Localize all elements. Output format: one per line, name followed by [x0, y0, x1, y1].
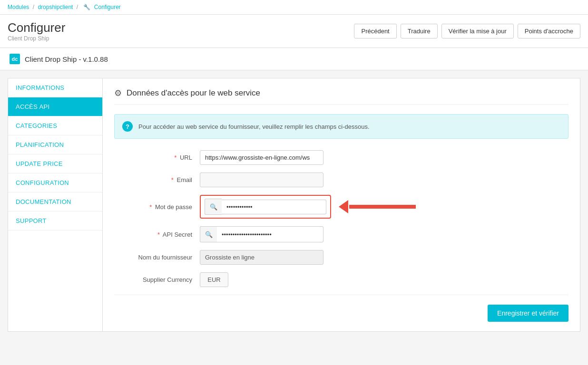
supplier-name-input[interactable] [200, 250, 323, 265]
email-label: * Email [114, 176, 200, 183]
arrow-line [349, 205, 416, 209]
api-secret-input[interactable] [217, 226, 323, 242]
page-title: Configurer [8, 20, 65, 35]
breadcrumb-dropshipclient[interactable]: dropshipclient [38, 4, 73, 10]
module-title-bar: dc Client Drop Ship - v.1.0.88 [0, 48, 588, 70]
info-message: Pour accéder au web service du fournisse… [138, 123, 370, 130]
url-field-group: * URL [114, 150, 568, 165]
verify-update-button[interactable]: Vérifier la mise à jour [441, 24, 514, 38]
page-header-left: Configurer Client Drop Ship [8, 20, 65, 42]
info-icon: ? [122, 121, 133, 132]
module-title: Client Drop Ship - v.1.0.88 [25, 55, 108, 63]
section-header: ⚙ Données d'accès pour le web service [114, 88, 568, 105]
hook-points-button[interactable]: Points d'accroche [518, 24, 580, 38]
content-footer: Enregistrer et vérifier [114, 295, 568, 322]
supplier-name-field-group: Nom du fournisseur [114, 250, 568, 265]
sidebar-item-acces-api[interactable]: ACCÈS API [8, 97, 102, 116]
email-input[interactable] [200, 173, 323, 187]
save-button[interactable]: Enregistrer et vérifier [488, 305, 568, 322]
supplier-name-label: Nom du fournisseur [114, 254, 200, 261]
api-secret-field-group: * API Secret 🔍 [114, 226, 568, 242]
sidebar-item-support[interactable]: SUPPORT [8, 211, 102, 231]
content-area: ⚙ Données d'accès pour le web service ? … [103, 78, 580, 332]
breadcrumb-configurer[interactable]: Configurer [94, 4, 121, 10]
password-input[interactable] [222, 200, 326, 214]
page-header: Configurer Client Drop Ship Précédent Tr… [0, 15, 588, 48]
breadcrumb-modules[interactable]: Modules [8, 4, 29, 10]
gear-icon: ⚙ [114, 88, 122, 98]
previous-button[interactable]: Précédent [354, 24, 396, 38]
sidebar-item-informations[interactable]: INFORMATIONS [8, 78, 102, 97]
password-label: * Mot de passe [114, 203, 200, 211]
sidebar-item-documentation[interactable]: DOCUMENTATION [8, 192, 102, 211]
url-input[interactable] [200, 150, 323, 165]
password-toggle-icon[interactable]: 🔍 [205, 199, 222, 215]
supplier-currency-field-group: Supplier Currency EUR [114, 272, 568, 287]
sidebar-item-planification[interactable]: PLANIFICATION [8, 135, 102, 154]
sidebar-item-update-price[interactable]: UPDATE PRICE [8, 154, 102, 173]
api-secret-label: * API Secret [114, 231, 200, 238]
module-icon: dc [10, 54, 20, 64]
api-secret-toggle-icon[interactable]: 🔍 [200, 226, 217, 242]
supplier-currency-label: Supplier Currency [114, 276, 200, 283]
password-row-with-arrow: 🔍 [200, 195, 416, 219]
info-box: ? Pour accéder au web service du fournis… [114, 114, 568, 139]
api-secret-input-group: 🔍 [200, 226, 323, 242]
breadcrumb: Modules / dropshipclient / 🔧 Configurer [0, 0, 588, 15]
url-label: * URL [114, 154, 200, 161]
sidebar-item-categories[interactable]: CATEGORIES [8, 116, 102, 135]
email-field-group: * Email [114, 173, 568, 187]
arrow-head [339, 200, 348, 213]
password-field-group: * Mot de passe 🔍 [114, 195, 568, 219]
currency-badge: EUR [200, 272, 228, 287]
translate-button[interactable]: Traduire [401, 24, 438, 38]
main-layout: INFORMATIONS ACCÈS API CATEGORIES PLANIF… [0, 78, 588, 339]
sidebar: INFORMATIONS ACCÈS API CATEGORIES PLANIF… [8, 78, 103, 332]
section-title: Données d'accès pour le web service [127, 88, 260, 98]
page-header-right: Précédent Traduire Vérifier la mise à jo… [354, 24, 580, 38]
password-highlighted-group: 🔍 [200, 195, 331, 219]
sidebar-item-configuration[interactable]: CONFIGURATION [8, 173, 102, 192]
page-subtitle: Client Drop Ship [8, 35, 65, 42]
arrow-indicator [339, 200, 416, 213]
